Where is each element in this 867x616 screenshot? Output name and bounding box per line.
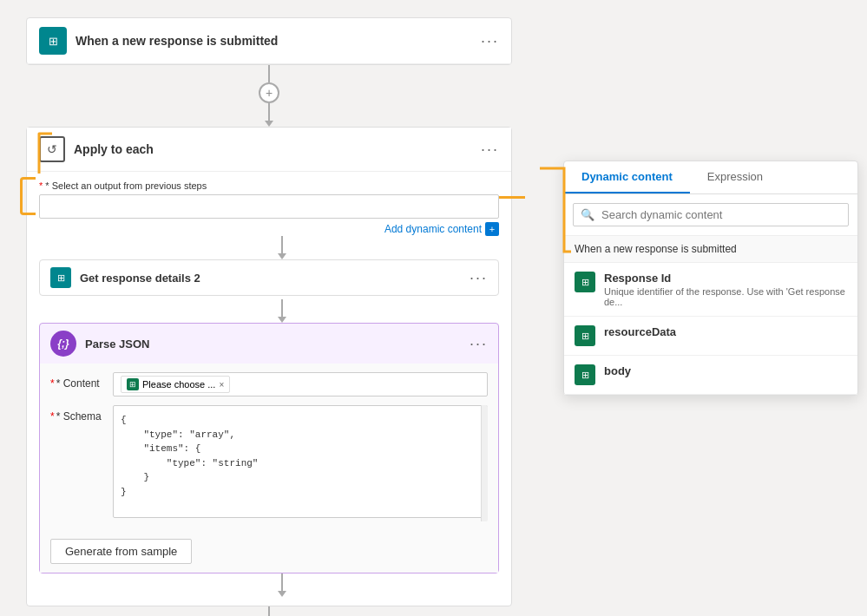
inner-connector-3	[39, 573, 525, 597]
trigger-title: When a new response is submitted	[76, 34, 481, 48]
tag-icon: ⊞	[127, 378, 139, 390]
panel-item-content-0: Response Id Unique identifier of the res…	[604, 272, 847, 307]
panel-search: 🔍	[564, 194, 857, 236]
generate-from-sample-button[interactable]: Generate from sample	[50, 539, 192, 564]
loop1-title: Apply to each	[74, 142, 481, 156]
content-label: ** Content	[50, 372, 102, 390]
dynamic-panel: Dynamic content Expression 🔍 When a new …	[563, 161, 858, 396]
trigger-icon: ⊞	[39, 27, 67, 55]
orange-line	[499, 196, 525, 199]
schema-label: ** Schema	[50, 405, 102, 423]
inner-connector-1	[39, 236, 525, 259]
content-input[interactable]: ⊞ Please choose ... ×	[113, 372, 488, 396]
get-response-title: Get response details 2	[80, 272, 470, 285]
loop1-menu[interactable]: ···	[481, 141, 499, 159]
loop1-card: ↺ Apply to each ··· * * Select an output…	[26, 127, 512, 606]
panel-section-title: When a new response is submitted	[564, 236, 857, 263]
get-response-menu[interactable]: ···	[470, 269, 488, 287]
select-output-field: * * Select an output from previous steps…	[39, 180, 499, 236]
panel-item-content-2: body	[604, 364, 847, 377]
search-box[interactable]: 🔍	[573, 203, 849, 226]
content-field: ** Content ⊞ Please choose ... ×	[50, 372, 488, 396]
tag-close[interactable]: ×	[219, 380, 224, 390]
panel-item-name-1: resourceData	[604, 325, 847, 338]
scrollbar[interactable]	[481, 405, 488, 521]
panel-items-list: ⊞ Response Id Unique identifier of the r…	[564, 263, 857, 395]
orange-bracket-left	[20, 177, 36, 215]
connector-2	[26, 606, 512, 616]
connector-1: +	[26, 65, 512, 127]
panel-item-desc-0: Unique identifier of the response. Use w…	[604, 286, 847, 307]
search-input[interactable]	[601, 208, 841, 221]
panel-item-name-0: Response Id	[604, 272, 847, 285]
inner-connector-2	[39, 299, 525, 323]
panel-item-1[interactable]: ⊞ resourceData	[564, 317, 857, 356]
panel-item-icon-2: ⊞	[575, 364, 595, 385]
get-response-card: ⊞ Get response details 2 ···	[39, 259, 499, 296]
select-output-input[interactable]	[39, 194, 499, 219]
add-step-1[interactable]: +	[259, 82, 279, 103]
panel-item-0[interactable]: ⊞ Response Id Unique identifier of the r…	[564, 263, 857, 317]
panel-item-2[interactable]: ⊞ body	[564, 356, 857, 395]
select-output-label: * * Select an output from previous steps	[39, 180, 499, 191]
search-icon: 🔍	[581, 208, 594, 221]
schema-field: ** Schema { "type": "array", "items": { …	[50, 405, 488, 521]
add-dynamic-link[interactable]: Add dynamic content +	[39, 222, 499, 236]
parse-json-card: {;} Parse JSON ··· ** Content ⊞ Please c	[39, 323, 499, 573]
parse-json-title: Parse JSON	[85, 337, 470, 351]
json-icon: {;}	[50, 331, 76, 357]
tab-expression[interactable]: Expression	[690, 161, 780, 193]
tab-dynamic-content[interactable]: Dynamic content	[564, 161, 690, 193]
panel-item-icon-0: ⊞	[575, 272, 595, 292]
panel-item-content-1: resourceData	[604, 325, 847, 338]
trigger-menu[interactable]: ···	[481, 32, 499, 50]
content-tag: ⊞ Please choose ... ×	[121, 376, 230, 393]
get-response-icon: ⊞	[50, 267, 71, 288]
panel-item-icon-1: ⊞	[575, 325, 595, 346]
loop1-icon: ↺	[39, 136, 65, 162]
parse-json-menu[interactable]: ···	[470, 335, 488, 353]
panel-item-name-2: body	[604, 364, 847, 377]
schema-textarea[interactable]: { "type": "array", "items": { "type": "s…	[113, 405, 488, 518]
trigger-card: ⊞ When a new response is submitted ···	[26, 17, 512, 65]
panel-tabs: Dynamic content Expression	[564, 161, 857, 194]
